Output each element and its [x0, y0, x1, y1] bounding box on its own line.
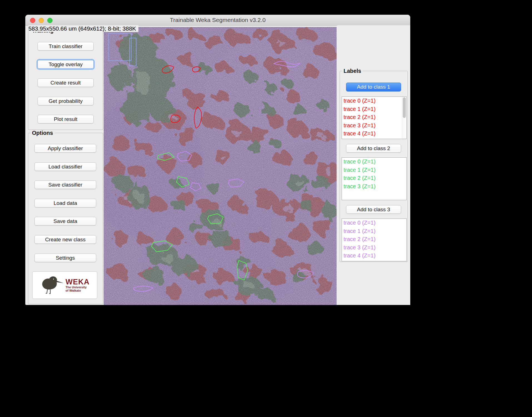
class-3-trace-2[interactable]: trace 2 (Z=1): [342, 235, 406, 244]
class-1-trace-scrollbar[interactable]: [402, 97, 406, 139]
window-title: Trainable Weka Segmentation v3.2.0: [25, 15, 410, 25]
weka-logo-text: WEKA The University of Waikato: [66, 278, 90, 292]
add-to-class-1-button[interactable]: Add to class 1: [346, 83, 401, 91]
class-1-trace-1[interactable]: trace 1 (Z=1): [342, 105, 406, 113]
weka-bird-icon: [40, 274, 64, 296]
settings-button[interactable]: Settings: [34, 254, 96, 262]
image-canvas[interactable]: [104, 27, 337, 305]
class-2-trace-2[interactable]: trace 2 (Z=1): [342, 174, 406, 182]
options-panel: Options Apply classifier Load classifier…: [28, 133, 103, 304]
save-data-button[interactable]: Save data: [34, 217, 96, 225]
class-1-trace-2[interactable]: trace 2 (Z=1): [342, 113, 406, 121]
toggle-overlay-button[interactable]: Toggle overlay: [38, 60, 94, 69]
class-3-trace-0[interactable]: trace 0 (Z=1): [342, 219, 406, 227]
weka-logo: WEKA The University of Waikato: [32, 271, 97, 299]
train-classifier-button[interactable]: Train classifier: [38, 42, 94, 51]
save-classifier-button[interactable]: Save classifier: [34, 180, 96, 189]
app-window: Trainable Weka Segmentation v3.2.0 583.9…: [25, 15, 410, 305]
class-1-trace-4[interactable]: trace 4 (Z=1): [342, 130, 406, 138]
weka-logo-title: WEKA: [66, 278, 90, 286]
window-titlebar[interactable]: Trainable Weka Segmentation v3.2.0: [25, 15, 410, 26]
class-3-trace-4[interactable]: trace 4 (Z=1): [342, 252, 406, 260]
get-probability-button[interactable]: Get probability: [38, 97, 94, 105]
load-classifier-button[interactable]: Load classifier: [34, 162, 96, 171]
window-content: 583.95x550.66 um (649x612); 8-bit; 388K …: [25, 25, 410, 305]
add-to-class-3-button[interactable]: Add to class 3: [346, 205, 401, 214]
class-1-trace-3[interactable]: trace 3 (Z=1): [342, 121, 406, 130]
class-2-trace-list[interactable]: trace 0 (Z=1) trace 1 (Z=1) trace 2 (Z=1…: [342, 157, 407, 200]
labels-panel: Labels Add to class 1 trace 0 (Z=1) trac…: [340, 71, 408, 262]
weka-logo-subtitle-2: of Waikato: [66, 289, 90, 292]
class-3-trace-list[interactable]: trace 0 (Z=1) trace 1 (Z=1) trace 2 (Z=1…: [342, 219, 407, 261]
options-panel-title: Options: [31, 130, 54, 136]
class-2-trace-3[interactable]: trace 3 (Z=1): [342, 182, 406, 191]
labels-panel-title: Labels: [342, 68, 362, 74]
apply-classifier-button[interactable]: Apply classifier: [34, 144, 96, 153]
load-data-button[interactable]: Load data: [34, 199, 96, 207]
add-to-class-2-button[interactable]: Add to class 2: [346, 144, 401, 153]
class-3-trace-3[interactable]: trace 3 (Z=1): [342, 244, 406, 252]
class-1-trace-list[interactable]: trace 0 (Z=1) trace 1 (Z=1) trace 2 (Z=1…: [342, 96, 407, 139]
training-panel: Training Train classifier Toggle overlay…: [28, 31, 103, 130]
create-result-button[interactable]: Create result: [38, 78, 94, 87]
create-new-class-button[interactable]: Create new class: [34, 235, 96, 244]
class-1-trace-0[interactable]: trace 0 (Z=1): [342, 97, 406, 105]
screen-background: Trainable Weka Segmentation v3.2.0 583.9…: [0, 0, 532, 417]
segmentation-overlay-image[interactable]: [104, 27, 337, 305]
class-2-trace-1[interactable]: trace 1 (Z=1): [342, 166, 406, 174]
plot-result-button[interactable]: Plot result: [38, 115, 94, 123]
scrollbar-thumb[interactable]: [403, 97, 406, 118]
image-info-text: 583.95x550.66 um (649x612); 8-bit; 388K: [28, 25, 138, 32]
class-3-trace-1[interactable]: trace 1 (Z=1): [342, 227, 406, 235]
weka-logo-subtitle-1: The University: [66, 286, 90, 289]
class-2-trace-0[interactable]: trace 0 (Z=1): [342, 158, 406, 166]
